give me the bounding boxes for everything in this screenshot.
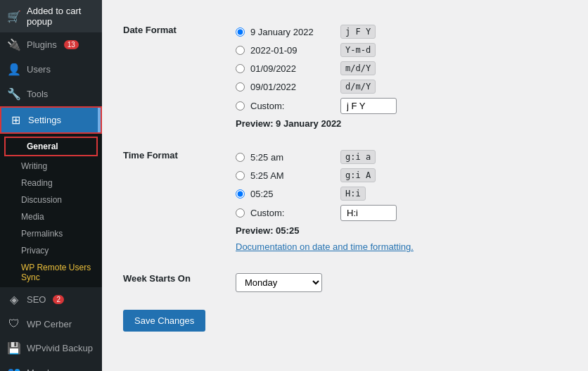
- date-format-code-1: j F Y: [340, 25, 376, 39]
- sidebar-sub-item-discussion[interactable]: Discussion: [0, 191, 102, 208]
- sidebar-sub-item-reading[interactable]: Reading: [0, 175, 102, 191]
- date-format-row-2: 2022-01-09 Y-m-d: [236, 43, 567, 57]
- sidebar-sub-item-wp-remote-users-sync[interactable]: WP Remote Users Sync: [0, 259, 102, 286]
- settings-submenu: General Writing Reading Discussion Media…: [0, 134, 102, 287]
- sidebar-item-users[interactable]: 👤 Users: [0, 57, 102, 82]
- time-format-radio-3[interactable]: [236, 189, 245, 199]
- sidebar-item-label: Users: [27, 64, 51, 75]
- sidebar-sub-item-general[interactable]: General: [4, 137, 98, 156]
- date-format-custom-input[interactable]: [340, 98, 397, 114]
- time-format-preview: Preview: 05:25: [236, 225, 567, 236]
- date-format-row-1: 9 January 2022 j F Y: [236, 25, 567, 39]
- tools-icon: 🔧: [7, 87, 21, 101]
- sidebar-item-label: WP Cerber: [27, 319, 72, 329]
- sidebar-sub-item-privacy[interactable]: Privacy: [0, 242, 102, 259]
- plugins-icon: 🔌: [7, 38, 21, 51]
- sidebar-item-label: Added to cart popup: [27, 6, 95, 27]
- date-format-code-2: Y-m-d: [340, 43, 376, 57]
- time-format-row-custom: Custom:: [236, 205, 567, 221]
- date-format-label-2: 2022-01-09: [250, 45, 335, 56]
- week-starts-on-label: Week Starts On: [123, 263, 236, 303]
- settings-icon: ⊞: [8, 113, 23, 127]
- seo-icon: ◈: [7, 293, 21, 306]
- sidebar-item-wp-cerber[interactable]: 🛡 WP Cerber: [0, 312, 102, 336]
- date-format-label-4: 09/01/2022: [250, 82, 335, 92]
- date-format-radio-1[interactable]: [236, 27, 245, 37]
- sidebar-item-settings[interactable]: ⊞ Settings: [0, 106, 102, 134]
- time-format-label-3: 05:25: [250, 189, 335, 199]
- time-format-label-custom: Custom:: [250, 208, 335, 218]
- time-format-radio-2[interactable]: [236, 171, 245, 180]
- time-format-row-3: 05:25 H:i: [236, 187, 567, 201]
- sidebar-item-wpvivid[interactable]: 💾 WPvivid Backup: [0, 336, 102, 360]
- seo-badge: 2: [53, 295, 64, 304]
- cerber-icon: 🛡: [7, 317, 21, 330]
- sidebar-item-seo[interactable]: ◈ SEO 2: [0, 287, 102, 312]
- date-format-radio-4[interactable]: [236, 82, 245, 92]
- sidebar: 🛒 Added to cart popup 🔌 Plugins 13 👤 Use…: [0, 0, 102, 371]
- sidebar-item-tools[interactable]: 🔧 Tools: [0, 82, 102, 106]
- week-starts-on-field: Sunday Monday Tuesday Wednesday Thursday…: [236, 263, 567, 303]
- time-format-code-1: g:i a: [340, 150, 376, 164]
- date-format-label: Date Format: [123, 14, 236, 139]
- sidebar-item-members[interactable]: 👥 Members: [0, 360, 102, 371]
- members-icon: 👥: [7, 366, 21, 371]
- sidebar-item-label: WPvivid Backup: [27, 343, 93, 353]
- time-format-radio-custom[interactable]: [236, 208, 245, 218]
- sidebar-sub-item-media[interactable]: Media: [0, 208, 102, 225]
- time-format-options: 5:25 am g:i a 5:25 AM g:i A 05:25 H:i: [236, 139, 567, 263]
- time-format-label-2: 5:25 AM: [250, 170, 335, 181]
- date-format-radio-3[interactable]: [236, 64, 245, 73]
- time-format-radio-1[interactable]: [236, 153, 245, 162]
- sidebar-item-label: Plugins: [27, 39, 57, 50]
- time-format-row-2: 5:25 AM g:i A: [236, 168, 567, 182]
- date-format-row-3: 01/09/2022 m/d/Y: [236, 61, 567, 75]
- sidebar-item-label: Settings: [28, 115, 61, 125]
- sidebar-sub-item-writing[interactable]: Writing: [0, 158, 102, 175]
- date-format-row-custom: Custom:: [236, 98, 567, 114]
- doc-link[interactable]: Documentation on date and time formattin…: [236, 241, 414, 252]
- sidebar-item-label: Tools: [27, 89, 48, 99]
- users-icon: 👤: [7, 63, 21, 76]
- time-format-code-3: H:i: [340, 187, 366, 201]
- sidebar-sub-item-permalinks[interactable]: Permalinks: [0, 225, 102, 242]
- time-format-label: Time Format: [123, 139, 236, 263]
- sidebar-item-added-to-cart[interactable]: 🛒 Added to cart popup: [0, 0, 102, 32]
- date-format-row-4: 09/01/2022 d/m/Y: [236, 80, 567, 94]
- time-format-code-2: g:i A: [340, 168, 376, 182]
- time-format-row-1: 5:25 am g:i a: [236, 150, 567, 164]
- date-format-code-3: m/d/Y: [340, 61, 376, 75]
- date-format-preview: Preview: 9 January 2022: [236, 118, 567, 129]
- settings-form: Date Format 9 January 2022 j F Y 2022-01…: [123, 14, 567, 303]
- time-format-custom-input[interactable]: [340, 205, 397, 221]
- date-format-options: 9 January 2022 j F Y 2022-01-09 Y-m-d 01…: [236, 14, 567, 139]
- sidebar-item-plugins[interactable]: 🔌 Plugins 13: [0, 32, 102, 57]
- sidebar-item-label: SEO: [27, 294, 46, 305]
- date-format-radio-2[interactable]: [236, 46, 245, 55]
- date-format-radio-custom[interactable]: [236, 101, 245, 111]
- wpvivid-icon: 💾: [7, 341, 21, 355]
- cart-icon: 🛒: [7, 10, 21, 23]
- sidebar-item-label: Members: [27, 367, 65, 371]
- date-format-label-1: 9 January 2022: [250, 27, 335, 37]
- main-content: Date Format 9 January 2022 j F Y 2022-01…: [102, 0, 588, 371]
- date-format-label-3: 01/09/2022: [250, 63, 335, 74]
- plugins-badge: 13: [64, 40, 79, 49]
- date-format-code-4: d/m/Y: [340, 80, 376, 94]
- time-format-label-1: 5:25 am: [250, 152, 335, 163]
- date-format-label-custom: Custom:: [250, 101, 335, 111]
- week-starts-on-select[interactable]: Sunday Monday Tuesday Wednesday Thursday…: [236, 273, 322, 292]
- save-button[interactable]: Save Changes: [123, 310, 205, 332]
